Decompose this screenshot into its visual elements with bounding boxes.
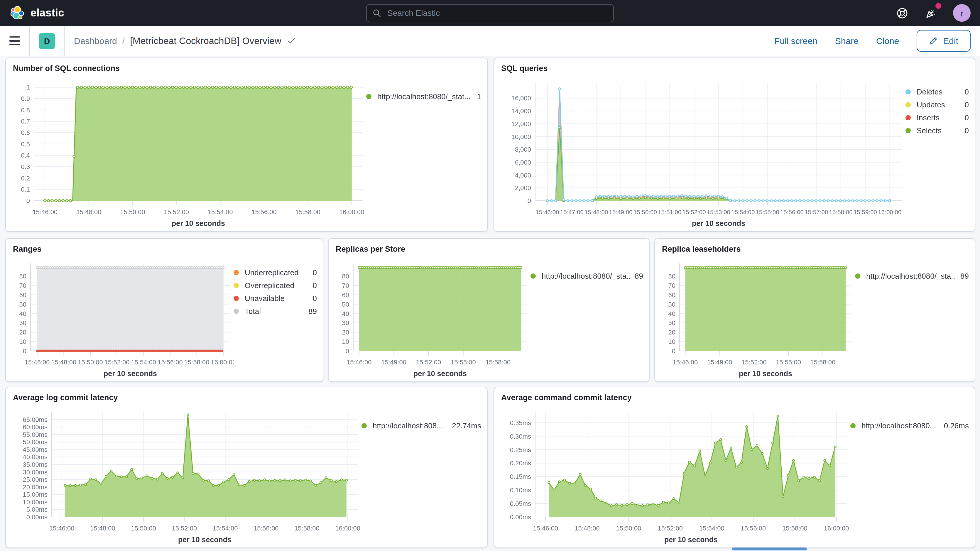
- avatar-initial: r: [960, 8, 963, 18]
- dashboard-badge[interactable]: D: [39, 33, 55, 49]
- panel-avg-command-commit-latency[interactable]: Average command commit latency 15:46:001…: [493, 387, 975, 548]
- legend[interactable]: Deletes0Updates0Inserts0Selects0: [905, 75, 971, 229]
- svg-text:0: 0: [346, 347, 349, 355]
- elastic-logo[interactable]: elastic: [10, 5, 64, 21]
- svg-text:6,000: 6,000: [515, 159, 531, 166]
- svg-text:5.00ms: 5.00ms: [26, 506, 48, 513]
- svg-text:15:52:00: 15:52:00: [657, 525, 683, 532]
- legend-item[interactable]: Overreplicated0: [234, 281, 317, 290]
- legend[interactable]: http://localhost:8080...0.26ms: [850, 404, 971, 545]
- panel-title: SQL queries: [501, 63, 971, 75]
- horizontal-scrollbar-thumb[interactable]: [732, 548, 807, 550]
- svg-text:15:54:00: 15:54:00: [699, 525, 724, 532]
- svg-text:per 10 seconds: per 10 seconds: [178, 535, 232, 544]
- legend-value: 0.26ms: [939, 421, 969, 430]
- legend-label: http://localhost:8080/_sta...: [542, 272, 630, 280]
- svg-text:10: 10: [19, 338, 26, 346]
- legend-item[interactable]: http://localhost:8080/_sta...89: [855, 272, 969, 280]
- newsfeed-button[interactable]: [924, 5, 939, 21]
- svg-text:10: 10: [342, 338, 349, 346]
- legend-dot-icon: [905, 89, 911, 94]
- legend[interactable]: http://localhost:8080/_sta...89: [530, 255, 646, 379]
- legend-label: Updates: [916, 100, 945, 109]
- svg-text:60: 60: [19, 291, 26, 299]
- svg-text:60.00ms: 60.00ms: [23, 424, 48, 431]
- svg-text:0.05ms: 0.05ms: [510, 500, 531, 507]
- legend-item[interactable]: http://localhost:8080/_sta...89: [530, 272, 643, 280]
- legend-dot-icon: [234, 309, 239, 314]
- legend-item[interactable]: Underreplicated0: [234, 268, 317, 277]
- legend-item[interactable]: Updates0: [905, 100, 969, 109]
- legend-label: Underreplicated: [245, 268, 299, 277]
- title-check-icon[interactable]: [287, 37, 296, 45]
- panel-avg-log-commit-latency[interactable]: Average log commit latency 15:46:0015:48…: [5, 387, 488, 548]
- panel-title: Average command commit latency: [501, 392, 971, 404]
- svg-text:15:52:00: 15:52:00: [105, 358, 130, 366]
- svg-text:15:50:00: 15:50:00: [78, 358, 103, 366]
- svg-text:70: 70: [19, 282, 26, 289]
- svg-text:0.3: 0.3: [21, 163, 30, 170]
- svg-text:15:56:00: 15:56:00: [158, 358, 183, 366]
- svg-text:0.8: 0.8: [21, 107, 30, 114]
- search-input[interactable]: [386, 8, 608, 18]
- legend-dot-icon: [366, 94, 371, 99]
- svg-text:60: 60: [668, 291, 675, 299]
- legend-value: 0: [960, 88, 969, 96]
- svg-text:15:50:00: 15:50:00: [131, 525, 156, 532]
- breadcrumb-dashboard-link[interactable]: Dashboard: [74, 36, 117, 46]
- legend-item[interactable]: Total89: [234, 307, 317, 316]
- legend[interactable]: http://localhost:808...22.74ms: [361, 404, 484, 545]
- edit-button-label: Edit: [943, 36, 958, 46]
- legend-item[interactable]: http://localhost:8080...0.26ms: [850, 421, 969, 430]
- svg-text:15:58:00: 15:58:00: [485, 358, 511, 366]
- legend[interactable]: http://localhost:8080/_sta...89: [855, 255, 971, 379]
- svg-text:16,000: 16,000: [511, 94, 531, 102]
- panel-title: Ranges: [13, 244, 319, 255]
- svg-text:15:51:00: 15:51:00: [658, 209, 681, 215]
- help-button[interactable]: [894, 5, 910, 21]
- panel-sql-queries[interactable]: SQL queries 15:46:0015:47:0015:48:0015:4…: [493, 57, 975, 232]
- menu-button[interactable]: [10, 37, 20, 45]
- legend-label: Inserts: [916, 113, 940, 122]
- svg-text:0.25ms: 0.25ms: [510, 446, 531, 454]
- legend-item[interactable]: Unavailable0: [234, 294, 317, 303]
- svg-text:15:49:00: 15:49:00: [609, 209, 633, 215]
- svg-text:15:54:00: 15:54:00: [731, 209, 755, 215]
- svg-text:15:50:00: 15:50:00: [633, 209, 657, 215]
- svg-text:16:00:00: 16:00:00: [335, 525, 360, 532]
- svg-text:15:55:00: 15:55:00: [756, 209, 779, 215]
- legend-item[interactable]: http://localhost:8080/_stat...1: [366, 92, 481, 101]
- party-popper-icon: [925, 6, 938, 19]
- svg-text:15:49:00: 15:49:00: [381, 358, 406, 366]
- svg-text:40.00ms: 40.00ms: [23, 453, 48, 461]
- panel-sql-connections[interactable]: Number of SQL connections 15:46:0015:48:…: [5, 57, 488, 232]
- legend[interactable]: Underreplicated0Overreplicated0Unavailab…: [234, 255, 319, 379]
- global-search[interactable]: [366, 4, 614, 22]
- edit-button[interactable]: Edit: [916, 30, 970, 52]
- share-button[interactable]: Share: [835, 36, 859, 46]
- legend[interactable]: http://localhost:8080/_stat...1: [366, 75, 484, 229]
- svg-text:15:54:00: 15:54:00: [208, 208, 233, 216]
- svg-text:16:00:00: 16:00:00: [878, 209, 901, 215]
- legend-label: Overreplicated: [245, 281, 294, 290]
- panel-replica-leaseholders[interactable]: Replica leaseholders 15:46:0015:49:0015:…: [654, 238, 975, 382]
- legend-item[interactable]: Deletes0: [905, 88, 969, 96]
- svg-text:10: 10: [668, 338, 675, 346]
- legend-value: 0: [308, 268, 317, 277]
- svg-text:50: 50: [668, 301, 675, 308]
- svg-text:0.7: 0.7: [21, 118, 30, 125]
- legend-item[interactable]: http://localhost:808...22.74ms: [361, 421, 481, 430]
- panel-ranges[interactable]: Ranges 15:46:0015:48:0015:50:0015:52:001…: [5, 238, 323, 382]
- svg-text:15:55:00: 15:55:00: [776, 358, 801, 366]
- legend-value: 1: [473, 92, 481, 101]
- svg-text:per 10 seconds: per 10 seconds: [692, 219, 745, 228]
- panel-replicas-per-store[interactable]: Replicas per Store 15:46:0015:49:0015:52…: [328, 238, 650, 382]
- svg-text:15:56:00: 15:56:00: [780, 209, 803, 215]
- user-avatar[interactable]: r: [953, 4, 970, 22]
- svg-text:30: 30: [19, 319, 26, 326]
- legend-dot-icon: [905, 115, 911, 120]
- full-screen-button[interactable]: Full screen: [774, 36, 818, 46]
- legend-item[interactable]: Selects0: [905, 126, 969, 135]
- clone-button[interactable]: Clone: [876, 36, 899, 46]
- legend-item[interactable]: Inserts0: [905, 113, 969, 122]
